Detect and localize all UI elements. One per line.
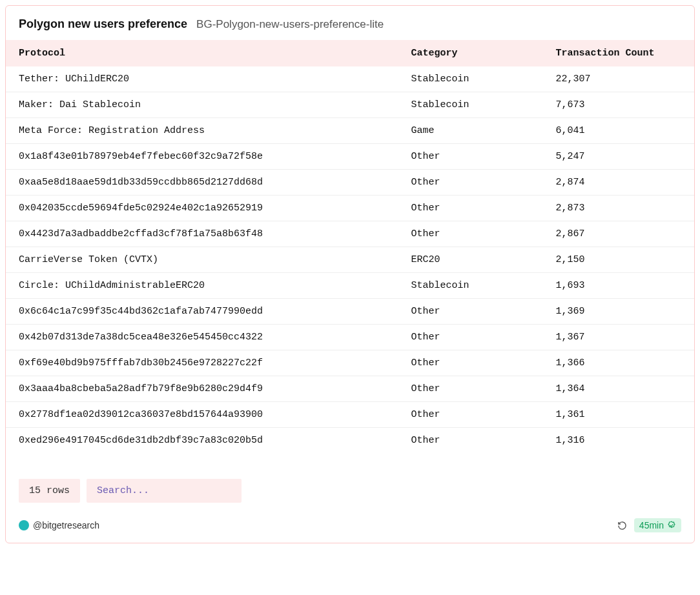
table-header-row: Protocol Category Transaction Count xyxy=(6,40,694,66)
cell-protocol: 0x3aaa4ba8cbeba5a28adf7b79f8e9b6280c29d4… xyxy=(6,376,398,402)
cell-protocol: Circle: UChildAdministrableERC20 xyxy=(6,273,398,299)
cell-count: 1,361 xyxy=(542,402,694,428)
row-count-badge[interactable]: 15 rows xyxy=(19,479,80,503)
data-card: Polygon new users preference BG-Polygon-… xyxy=(5,5,695,543)
cell-protocol: 0x6c64c1a7c99f35c44bd362c1afa7ab7477990e… xyxy=(6,299,398,325)
table-row[interactable]: 0x1a8f43e01b78979eb4ef7febec60f32c9a72f5… xyxy=(6,144,694,170)
cell-protocol: 0x42b07d313de7a38dc5cea48e326e545450cc43… xyxy=(6,325,398,350)
author-avatar-icon xyxy=(19,520,29,530)
cell-count: 2,867 xyxy=(542,221,694,247)
cell-protocol: 0xaa5e8d18aae59d1db33d59ccdbb865d2127dd6… xyxy=(6,170,398,196)
column-header-category[interactable]: Category xyxy=(398,40,543,66)
cell-count: 2,873 xyxy=(542,196,694,221)
cell-count: 6,041 xyxy=(542,118,694,144)
cell-protocol: Meta Force: Registration Address xyxy=(6,118,398,144)
table-row[interactable]: 0x2778df1ea02d39012ca36037e8bd157644a939… xyxy=(6,402,694,428)
footer-controls: 15 rows xyxy=(19,479,681,503)
card-footer: 15 rows @bitgetresearch 45min xyxy=(6,453,694,543)
column-header-count[interactable]: Transaction Count xyxy=(542,40,694,66)
cell-count: 1,316 xyxy=(542,428,694,454)
table-row[interactable]: 0x4423d7a3adbaddbe2cffad3cf78f1a75a8b63f… xyxy=(6,221,694,247)
card-title: Polygon new users preference xyxy=(19,17,187,31)
cell-count: 1,364 xyxy=(542,376,694,402)
cell-category: ERC20 xyxy=(398,247,543,273)
cell-category: Other xyxy=(398,299,543,325)
check-icon xyxy=(667,521,676,530)
table-row[interactable]: Maker: Dai StablecoinStablecoin7,673 xyxy=(6,92,694,118)
cell-count: 7,673 xyxy=(542,92,694,118)
cell-protocol: 0x4423d7a3adbaddbe2cffad3cf78f1a75a8b63f… xyxy=(6,221,398,247)
table-row[interactable]: 0x6c64c1a7c99f35c44bd362c1afa7ab7477990e… xyxy=(6,299,694,325)
cell-protocol: 0x2778df1ea02d39012ca36037e8bd157644a939… xyxy=(6,402,398,428)
column-header-protocol[interactable]: Protocol xyxy=(6,40,398,66)
time-value: 45min xyxy=(639,520,664,530)
table-row[interactable]: 0x42b07d313de7a38dc5cea48e326e545450cc43… xyxy=(6,325,694,350)
search-input[interactable] xyxy=(87,479,242,503)
card-header: Polygon new users preference BG-Polygon-… xyxy=(6,6,694,40)
cell-category: Stablecoin xyxy=(398,92,543,118)
cell-count: 22,307 xyxy=(542,66,694,92)
cell-category: Game xyxy=(398,118,543,144)
cell-category: Other xyxy=(398,402,543,428)
footer-bottom: @bitgetresearch 45min xyxy=(19,518,681,532)
author-link[interactable]: @bitgetresearch xyxy=(19,520,99,530)
cell-category: Other xyxy=(398,170,543,196)
table-row[interactable]: 0xaa5e8d18aae59d1db33d59ccdbb865d2127dd6… xyxy=(6,170,694,196)
cell-count: 1,366 xyxy=(542,350,694,376)
cell-category: Stablecoin xyxy=(398,273,543,299)
cell-protocol: 0xf69e40bd9b975fffab7db30b2456e9728227c2… xyxy=(6,350,398,376)
refresh-time-badge[interactable]: 45min xyxy=(634,518,681,532)
cell-protocol: 0x1a8f43e01b78979eb4ef7febec60f32c9a72f5… xyxy=(6,144,398,170)
cell-count: 1,367 xyxy=(542,325,694,350)
cell-protocol: Tether: UChildERC20 xyxy=(6,66,398,92)
table-row[interactable]: 0xed296e4917045cd6de31db2dbf39c7a83c020b… xyxy=(6,428,694,454)
data-table: Protocol Category Transaction Count Teth… xyxy=(6,40,694,453)
cell-count: 5,247 xyxy=(542,144,694,170)
cell-category: Other xyxy=(398,350,543,376)
cell-category: Other xyxy=(398,325,543,350)
author-handle: @bitgetresearch xyxy=(33,520,99,530)
cell-category: Stablecoin xyxy=(398,66,543,92)
table-row[interactable]: 0x3aaa4ba8cbeba5a28adf7b79f8e9b6280c29d4… xyxy=(6,376,694,402)
table-row[interactable]: CarrieVerse Token (CVTX)ERC202,150 xyxy=(6,247,694,273)
time-section: 45min xyxy=(617,518,681,532)
cell-count: 1,369 xyxy=(542,299,694,325)
table-row[interactable]: Meta Force: Registration AddressGame6,04… xyxy=(6,118,694,144)
cell-protocol: 0x042035ccde59694fde5c02924e402c1a926529… xyxy=(6,196,398,221)
cell-count: 2,874 xyxy=(542,170,694,196)
cell-protocol: Maker: Dai Stablecoin xyxy=(6,92,398,118)
cell-category: Other xyxy=(398,221,543,247)
card-subtitle: BG-Polygon-new-users-preference-lite xyxy=(196,18,384,31)
cell-protocol: CarrieVerse Token (CVTX) xyxy=(6,247,398,273)
table-row[interactable]: Tether: UChildERC20Stablecoin22,307 xyxy=(6,66,694,92)
cell-category: Other xyxy=(398,376,543,402)
table-row[interactable]: Circle: UChildAdministrableERC20Stableco… xyxy=(6,273,694,299)
cell-category: Other xyxy=(398,144,543,170)
cell-count: 1,693 xyxy=(542,273,694,299)
cell-protocol: 0xed296e4917045cd6de31db2dbf39c7a83c020b… xyxy=(6,428,398,454)
cell-category: Other xyxy=(398,196,543,221)
table-row[interactable]: 0x042035ccde59694fde5c02924e402c1a926529… xyxy=(6,196,694,221)
cell-count: 2,150 xyxy=(542,247,694,273)
cell-category: Other xyxy=(398,428,543,454)
refresh-icon[interactable] xyxy=(617,520,628,530)
table-row[interactable]: 0xf69e40bd9b975fffab7db30b2456e9728227c2… xyxy=(6,350,694,376)
